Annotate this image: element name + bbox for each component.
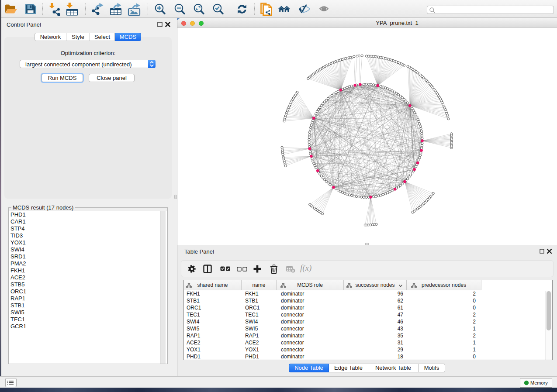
svg-text:Memory: Memory [530,380,548,385]
